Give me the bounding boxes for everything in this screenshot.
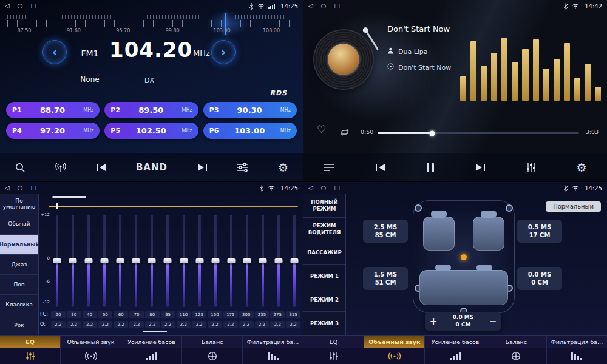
slider-knob[interactable] <box>148 258 156 263</box>
eq-preset-item[interactable]: По умолчанию <box>0 194 38 214</box>
scan-search-icon[interactable] <box>15 162 25 173</box>
eq-band-slider[interactable] <box>163 215 172 307</box>
eq-band-slider[interactable] <box>242 215 252 307</box>
recents-icon[interactable]: □ <box>30 3 36 9</box>
eq-preset-item[interactable]: Поп <box>0 275 38 295</box>
tuning-marker[interactable] <box>225 13 226 35</box>
slider-knob[interactable] <box>164 258 172 263</box>
broadcast-antenna-icon[interactable] <box>55 162 67 173</box>
master-level-slider[interactable] <box>49 206 298 207</box>
slider-knob[interactable] <box>69 258 77 263</box>
slider-knob[interactable] <box>243 258 251 263</box>
favorite-heart-icon[interactable]: ♡ <box>317 123 326 135</box>
bottom-scrollbar[interactable] <box>143 331 167 332</box>
preset-button-p4[interactable]: P497.20MHz <box>6 123 100 139</box>
eq-preset-item[interactable]: Джаз <box>0 255 38 275</box>
dsp-tab-eq[interactable]: EQ <box>304 336 364 364</box>
seek-up-button[interactable]: › <box>211 40 236 64</box>
dsp-tab-bass[interactable]: Усиление басов <box>425 336 486 364</box>
slider-knob[interactable] <box>211 258 219 263</box>
eq-band-slider[interactable] <box>100 215 109 307</box>
mixer-icon[interactable] <box>526 162 536 173</box>
slider-knob[interactable] <box>274 258 282 263</box>
band-button[interactable]: BAND <box>136 162 168 173</box>
dsp-tab-balance[interactable]: Баланс <box>182 336 243 364</box>
dsp-tab-surround[interactable]: Объёмный звук <box>364 336 425 364</box>
eq-band-slider[interactable] <box>131 215 141 307</box>
eq-band-slider[interactable] <box>226 215 236 307</box>
recents-icon[interactable]: □ <box>30 185 36 191</box>
eq-preset-item[interactable]: Нормальный <box>0 235 38 255</box>
home-icon[interactable]: ○ <box>321 3 327 9</box>
increase-delay-button[interactable]: + <box>425 312 442 331</box>
slider-knob[interactable] <box>53 258 61 263</box>
eq-band-slider[interactable] <box>274 215 283 307</box>
slider-knob[interactable] <box>180 258 188 263</box>
back-icon[interactable]: ◁ <box>5 3 10 9</box>
progress-bar[interactable] <box>378 132 579 134</box>
eq-band-slider[interactable] <box>84 215 93 307</box>
slider-knob[interactable] <box>290 258 298 263</box>
next-track-icon[interactable] <box>475 163 486 172</box>
home-icon[interactable]: ○ <box>18 185 23 191</box>
previous-track-icon[interactable] <box>375 163 386 172</box>
dsp-tab-filter[interactable]: Фильтрация ба... <box>547 336 607 364</box>
slider-knob[interactable] <box>132 258 140 263</box>
seek-down-button[interactable]: ‹ <box>42 40 67 64</box>
slider-knob[interactable] <box>195 258 203 263</box>
eq-preset-item[interactable]: Рок <box>0 315 38 335</box>
eq-band-slider[interactable] <box>211 215 220 307</box>
eq-band-slider[interactable] <box>115 215 125 307</box>
slider-knob[interactable] <box>85 258 93 263</box>
back-icon[interactable]: ◁ <box>308 185 313 191</box>
eq-band-slider[interactable] <box>179 215 189 307</box>
preset-button-p2[interactable]: P289.50MHz <box>104 102 198 118</box>
listener-position-dot[interactable] <box>461 254 467 260</box>
tuner-settings-icon[interactable] <box>237 163 249 172</box>
dsp-tab-surround[interactable]: Объёмный звук <box>61 336 121 364</box>
sound-profile-button[interactable]: Нормальный <box>546 201 601 212</box>
surround-mode-item[interactable]: ПОЛНЫЙ РЕЖИМ <box>304 194 345 218</box>
eq-band-slider[interactable] <box>147 215 157 307</box>
surround-mode-item[interactable]: РЕЖИМ ВОДИТЕЛЯ <box>304 218 345 241</box>
back-icon[interactable]: ◁ <box>308 3 313 9</box>
eq-band-slider[interactable] <box>52 215 62 307</box>
preset-button-p3[interactable]: P390.30MHz <box>203 102 297 118</box>
recents-icon[interactable]: □ <box>334 3 339 9</box>
slider-knob[interactable] <box>117 258 124 263</box>
pause-icon[interactable] <box>427 163 434 172</box>
eq-band-slider[interactable] <box>258 215 268 307</box>
preset-button-p5[interactable]: P5102.50MHz <box>104 123 198 139</box>
decrease-delay-button[interactable]: − <box>484 312 501 331</box>
eq-preset-item[interactable]: Классика <box>0 295 38 315</box>
recents-icon[interactable]: □ <box>334 185 339 191</box>
slider-knob[interactable] <box>101 258 109 263</box>
surround-mode-item[interactable]: РЕЖИМ 2 <box>304 288 345 312</box>
home-icon[interactable]: ○ <box>18 3 23 9</box>
surround-mode-item[interactable]: ПАССАЖИР <box>304 241 345 265</box>
home-icon[interactable]: ○ <box>321 185 327 191</box>
eq-band-slider[interactable] <box>68 215 78 307</box>
settings-gear-icon[interactable]: ⚙ <box>278 162 288 174</box>
eq-band-slider[interactable] <box>195 215 205 307</box>
preset-button-p1[interactable]: P188.70MHz <box>6 102 100 118</box>
master-level-handle[interactable] <box>56 203 58 209</box>
repeat-icon[interactable] <box>340 127 350 138</box>
preset-button-p6[interactable]: P6103.00MHz <box>203 123 297 139</box>
progress-knob[interactable] <box>429 130 435 136</box>
surround-mode-item[interactable]: РЕЖИМ 3 <box>304 312 345 335</box>
dsp-tab-bass[interactable]: Усиление басов <box>121 336 182 364</box>
settings-gear-icon[interactable]: ⚙ <box>576 162 586 174</box>
dsp-tab-eq[interactable]: EQ <box>0 336 61 364</box>
playlist-icon[interactable] <box>324 163 334 172</box>
next-station-icon[interactable] <box>197 163 208 172</box>
dsp-tab-filter[interactable]: Фильтрация ба... <box>243 336 303 364</box>
back-icon[interactable]: ◁ <box>5 185 10 191</box>
slider-knob[interactable] <box>227 258 235 263</box>
previous-station-icon[interactable] <box>96 163 107 172</box>
bands-scrollbar[interactable] <box>52 196 86 198</box>
eq-preset-item[interactable]: Обычай <box>0 214 38 234</box>
surround-mode-item[interactable]: РЕЖИМ 1 <box>304 265 345 288</box>
dsp-tab-balance[interactable]: Баланс <box>486 336 547 364</box>
slider-knob[interactable] <box>259 258 266 263</box>
